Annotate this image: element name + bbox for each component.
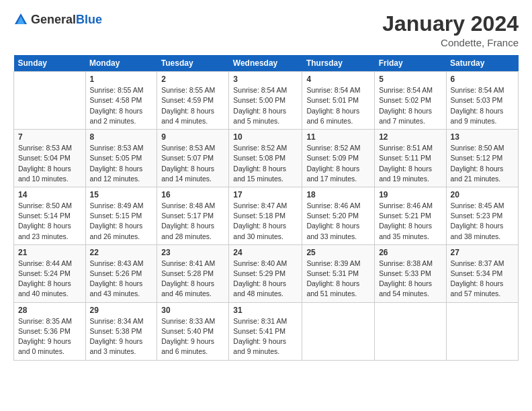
calendar-week-row: 14Sunrise: 8:50 AM Sunset: 5:14 PM Dayli… — [14, 187, 519, 244]
logo: GeneralBlue — [13, 12, 102, 27]
day-info: Sunrise: 8:49 AM Sunset: 5:15 PM Dayligh… — [90, 201, 153, 242]
month-title: January 2024 — [382, 12, 519, 36]
day-number: 15 — [90, 190, 153, 199]
day-number: 26 — [379, 248, 441, 257]
calendar-cell: 23Sunrise: 8:41 AM Sunset: 5:28 PM Dayli… — [157, 244, 229, 302]
day-info: Sunrise: 8:34 AM Sunset: 5:38 PM Dayligh… — [90, 316, 153, 357]
day-number: 5 — [379, 75, 441, 84]
day-info: Sunrise: 8:31 AM Sunset: 5:41 PM Dayligh… — [233, 316, 298, 357]
day-number: 27 — [451, 248, 514, 257]
day-number: 19 — [379, 190, 441, 199]
day-info: Sunrise: 8:53 AM Sunset: 5:05 PM Dayligh… — [90, 143, 153, 184]
calendar-cell: 13Sunrise: 8:50 AM Sunset: 5:12 PM Dayli… — [446, 130, 518, 187]
day-info: Sunrise: 8:46 AM Sunset: 5:20 PM Dayligh… — [306, 201, 370, 242]
calendar-week-row: 7Sunrise: 8:53 AM Sunset: 5:04 PM Daylig… — [14, 130, 519, 187]
day-info: Sunrise: 8:50 AM Sunset: 5:12 PM Dayligh… — [451, 143, 514, 184]
calendar-week-row: 21Sunrise: 8:44 AM Sunset: 5:24 PM Dayli… — [14, 244, 519, 302]
day-number: 25 — [306, 248, 370, 257]
page-container: GeneralBlue January 2024 Condette, Franc… — [0, 0, 532, 367]
calendar-cell — [375, 302, 446, 360]
calendar-cell: 31Sunrise: 8:31 AM Sunset: 5:41 PM Dayli… — [229, 302, 302, 360]
day-info: Sunrise: 8:53 AM Sunset: 5:07 PM Dayligh… — [161, 143, 224, 184]
day-info: Sunrise: 8:50 AM Sunset: 5:14 PM Dayligh… — [18, 201, 81, 242]
calendar-cell: 3Sunrise: 8:54 AM Sunset: 5:00 PM Daylig… — [229, 72, 302, 130]
day-number: 30 — [161, 306, 224, 315]
day-info: Sunrise: 8:52 AM Sunset: 5:08 PM Dayligh… — [233, 143, 298, 184]
day-number: 7 — [18, 132, 81, 142]
calendar-cell: 18Sunrise: 8:46 AM Sunset: 5:20 PM Dayli… — [302, 187, 375, 244]
calendar-cell: 30Sunrise: 8:33 AM Sunset: 5:40 PM Dayli… — [157, 302, 229, 360]
calendar-cell: 26Sunrise: 8:38 AM Sunset: 5:33 PM Dayli… — [375, 244, 446, 302]
day-info: Sunrise: 8:47 AM Sunset: 5:18 PM Dayligh… — [233, 201, 298, 242]
day-number: 29 — [90, 306, 153, 315]
day-number: 28 — [18, 306, 81, 315]
calendar-cell — [446, 302, 518, 360]
calendar-cell: 4Sunrise: 8:54 AM Sunset: 5:01 PM Daylig… — [302, 72, 375, 130]
day-number: 12 — [379, 132, 441, 142]
calendar-cell — [302, 302, 375, 360]
logo-icon — [13, 12, 28, 27]
day-number: 13 — [451, 132, 514, 142]
day-number: 1 — [90, 75, 153, 84]
day-info: Sunrise: 8:54 AM Sunset: 5:02 PM Dayligh… — [379, 85, 441, 126]
day-info: Sunrise: 8:48 AM Sunset: 5:17 PM Dayligh… — [161, 201, 224, 242]
weekday-header: Sunday — [14, 55, 86, 72]
logo-text-general: General — [31, 13, 76, 26]
calendar-cell: 11Sunrise: 8:52 AM Sunset: 5:09 PM Dayli… — [302, 130, 375, 187]
weekday-header: Tuesday — [157, 55, 229, 72]
day-number: 20 — [451, 190, 514, 199]
day-number: 17 — [233, 190, 298, 199]
weekday-header: Wednesday — [229, 55, 302, 72]
calendar-cell: 7Sunrise: 8:53 AM Sunset: 5:04 PM Daylig… — [14, 130, 86, 187]
day-info: Sunrise: 8:39 AM Sunset: 5:31 PM Dayligh… — [306, 259, 370, 300]
day-info: Sunrise: 8:45 AM Sunset: 5:23 PM Dayligh… — [451, 201, 514, 242]
calendar-table: SundayMondayTuesdayWednesdayThursdayFrid… — [13, 55, 519, 360]
weekday-header: Saturday — [446, 55, 518, 72]
day-number: 4 — [306, 75, 370, 84]
calendar-cell: 16Sunrise: 8:48 AM Sunset: 5:17 PM Dayli… — [157, 187, 229, 244]
header-row: SundayMondayTuesdayWednesdayThursdayFrid… — [14, 55, 519, 72]
weekday-header: Thursday — [302, 55, 375, 72]
calendar-cell: 12Sunrise: 8:51 AM Sunset: 5:11 PM Dayli… — [375, 130, 446, 187]
day-info: Sunrise: 8:51 AM Sunset: 5:11 PM Dayligh… — [379, 143, 441, 184]
day-info: Sunrise: 8:38 AM Sunset: 5:33 PM Dayligh… — [379, 259, 441, 300]
calendar-cell: 10Sunrise: 8:52 AM Sunset: 5:08 PM Dayli… — [229, 130, 302, 187]
calendar-cell: 8Sunrise: 8:53 AM Sunset: 5:05 PM Daylig… — [85, 130, 157, 187]
day-info: Sunrise: 8:35 AM Sunset: 5:36 PM Dayligh… — [18, 316, 81, 357]
calendar-cell: 15Sunrise: 8:49 AM Sunset: 5:15 PM Dayli… — [85, 187, 157, 244]
calendar-cell: 20Sunrise: 8:45 AM Sunset: 5:23 PM Dayli… — [446, 187, 518, 244]
header: GeneralBlue January 2024 Condette, Franc… — [13, 12, 519, 48]
day-info: Sunrise: 8:43 AM Sunset: 5:26 PM Dayligh… — [90, 259, 153, 300]
day-number: 31 — [233, 306, 298, 315]
calendar-cell: 28Sunrise: 8:35 AM Sunset: 5:36 PM Dayli… — [14, 302, 86, 360]
calendar-cell: 24Sunrise: 8:40 AM Sunset: 5:29 PM Dayli… — [229, 244, 302, 302]
calendar-cell: 5Sunrise: 8:54 AM Sunset: 5:02 PM Daylig… — [375, 72, 446, 130]
logo-text-blue: Blue — [76, 13, 102, 26]
weekday-header: Friday — [375, 55, 446, 72]
calendar-cell: 19Sunrise: 8:46 AM Sunset: 5:21 PM Dayli… — [375, 187, 446, 244]
title-block: January 2024 Condette, France — [382, 12, 519, 48]
calendar-cell: 6Sunrise: 8:54 AM Sunset: 5:03 PM Daylig… — [446, 72, 518, 130]
day-info: Sunrise: 8:33 AM Sunset: 5:40 PM Dayligh… — [161, 316, 224, 357]
day-info: Sunrise: 8:37 AM Sunset: 5:34 PM Dayligh… — [451, 259, 514, 300]
day-number: 6 — [451, 75, 514, 84]
calendar-week-row: 1Sunrise: 8:55 AM Sunset: 4:58 PM Daylig… — [14, 72, 519, 130]
calendar-cell: 27Sunrise: 8:37 AM Sunset: 5:34 PM Dayli… — [446, 244, 518, 302]
day-number: 16 — [161, 190, 224, 199]
calendar-cell: 14Sunrise: 8:50 AM Sunset: 5:14 PM Dayli… — [14, 187, 86, 244]
day-number: 3 — [233, 75, 298, 84]
calendar-week-row: 28Sunrise: 8:35 AM Sunset: 5:36 PM Dayli… — [14, 302, 519, 360]
day-info: Sunrise: 8:40 AM Sunset: 5:29 PM Dayligh… — [233, 259, 298, 300]
day-info: Sunrise: 8:54 AM Sunset: 5:01 PM Dayligh… — [306, 85, 370, 126]
weekday-header: Monday — [85, 55, 157, 72]
day-number: 22 — [90, 248, 153, 257]
day-number: 14 — [18, 190, 81, 199]
day-number: 11 — [306, 132, 370, 142]
calendar-cell: 22Sunrise: 8:43 AM Sunset: 5:26 PM Dayli… — [85, 244, 157, 302]
calendar-cell: 2Sunrise: 8:55 AM Sunset: 4:59 PM Daylig… — [157, 72, 229, 130]
day-number: 21 — [18, 248, 81, 257]
day-number: 24 — [233, 248, 298, 257]
day-info: Sunrise: 8:54 AM Sunset: 5:00 PM Dayligh… — [233, 85, 298, 126]
calendar-cell — [14, 72, 86, 130]
day-info: Sunrise: 8:55 AM Sunset: 4:58 PM Dayligh… — [90, 85, 153, 126]
